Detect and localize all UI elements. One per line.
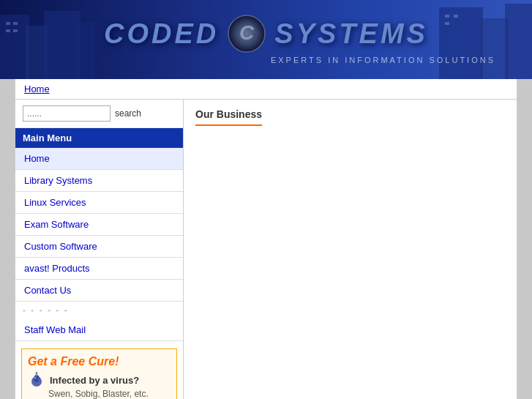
menu-link-staff-webmail[interactable]: Staff Web Mail [24,324,86,335]
menu-link-custom-software[interactable]: Custom Software [24,241,97,252]
logo-emblem: C [228,15,266,53]
svg-point-22 [36,372,38,374]
svg-text:C: C [239,21,255,44]
breadcrumb-home[interactable]: Home [24,83,50,94]
menu-link-exam-software[interactable]: Exam Software [24,219,89,230]
ad-body: Swen, Sobig, Blaster, etc. [48,389,171,399]
menu-item-avast-products[interactable]: avast! Products [15,258,183,280]
main-menu-header: Main Menu [15,128,183,148]
search-area: search [15,100,183,128]
right-content: Our Business [184,100,517,399]
menu-link-home[interactable]: Home [24,153,50,164]
ad-subtitle: Infected by a virus? [28,371,171,389]
breadcrumb-bar: Home [15,79,517,100]
ad-title: Get a Free Cure! [28,355,171,368]
logo-coded: CODED [104,18,219,50]
menu-item-exam-software[interactable]: Exam Software [15,214,183,236]
menu-link-avast-products[interactable]: avast! Products [24,263,90,274]
menu-link-contact-us[interactable]: Contact Us [24,285,71,296]
header: CODED C SYSTEMS EXPERTS IN INFORMATION [0,0,532,79]
svg-point-20 [37,379,39,380]
ad-section: Get a Free Cure! Infected by a virus? Sw [21,348,177,399]
menu-divider: - - - - - - [15,302,183,319]
virus-icon [28,371,45,389]
menu-item-library-systems[interactable]: Library Systems [15,170,183,192]
menu-item-staff-webmail[interactable]: Staff Web Mail [15,319,183,341]
menu-link-library-systems[interactable]: Library Systems [24,175,92,186]
main-container: Home search Main Menu Home Library Syste… [15,79,517,399]
section-title: Our Business [195,108,262,126]
menu-item-linux-services[interactable]: Linux Services [15,192,183,214]
menu-item-custom-software[interactable]: Custom Software [15,236,183,258]
logo-systems: SYSTEMS [274,18,428,50]
sidebar: search Main Menu Home Library Systems Li… [15,100,184,399]
page-wrapper: CODED C SYSTEMS EXPERTS IN INFORMATION [0,0,532,399]
header-tagline: EXPERTS IN INFORMATION SOLUTIONS [271,56,495,64]
menu-link-linux-services[interactable]: Linux Services [24,197,86,208]
header-content: CODED C SYSTEMS EXPERTS IN INFORMATION [0,15,532,64]
logo-row: CODED C SYSTEMS [104,15,428,53]
svg-point-19 [34,377,37,379]
menu-item-contact-us[interactable]: Contact Us [15,280,183,302]
search-button[interactable]: search [115,108,141,119]
content-row: search Main Menu Home Library Systems Li… [15,100,517,399]
search-input[interactable] [23,105,110,122]
ad-subtitle-text: Infected by a virus? [50,375,139,386]
menu-item-home[interactable]: Home [15,148,183,170]
